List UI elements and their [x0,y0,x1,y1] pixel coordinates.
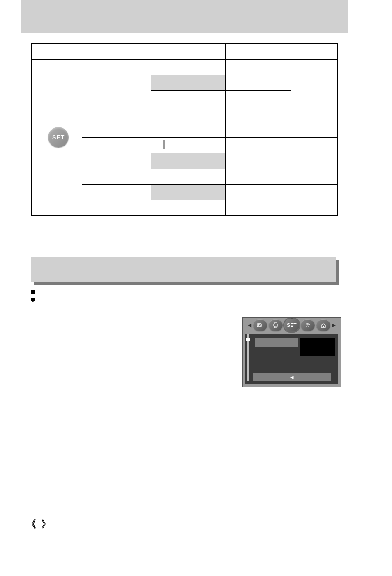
page-header-band [21,0,348,33]
chevron-left-icon[interactable]: ◀ [248,322,251,328]
scroll-thumb[interactable] [246,338,250,341]
table-icon-cell: SET [31,59,82,215]
svg-point-6 [309,324,310,325]
cell-group-5 [82,184,151,215]
set-icon: SET [48,127,69,148]
section-header-title [31,257,336,282]
tab-home[interactable] [316,319,330,331]
tab-print[interactable] [269,319,283,331]
square-bullet-icon [31,290,35,294]
cell [226,106,291,122]
settings-table: SET [31,43,338,216]
th-4 [291,44,338,59]
cell [151,137,226,153]
cell [151,153,226,169]
cell [226,137,291,153]
cell [151,122,226,137]
cell [151,75,226,90]
th-2 [151,44,226,59]
set-icon: SET [287,322,296,328]
cell-group-4 [82,153,151,184]
svg-rect-3 [274,323,277,324]
menu-row [255,338,335,356]
list-item [31,290,39,294]
cell [151,200,226,215]
angle-close-icon: 》 [41,518,51,531]
circle-bullet-icon [31,298,35,302]
th-1 [82,44,151,59]
svg-point-5 [307,323,308,325]
svg-point-1 [258,324,260,326]
cell [291,137,338,153]
table-row: SET [31,59,338,75]
menu-item-value[interactable] [300,338,335,356]
cell [226,184,291,200]
cell [226,59,291,75]
list-item [31,298,39,302]
svg-rect-4 [274,326,277,328]
cell [291,106,338,137]
scroll-track[interactable] [247,334,249,381]
menu-footer-bar[interactable]: ◀ [253,373,331,381]
menu-body: ◀ [245,334,338,384]
cell-group-1 [82,59,151,106]
cell [226,122,291,137]
svg-rect-7 [323,326,324,327]
tab-indicator-icon [290,317,293,319]
tab-set[interactable]: SET [284,319,299,331]
cell [151,169,226,184]
section-header [31,257,336,282]
user-icon [305,322,311,328]
th-0 [31,44,82,59]
menu-tab-strip: ◀ SET ▶ [243,318,341,333]
menu-screenshot: ◀ SET ▶ ◀ [242,317,341,387]
vertical-bar-icon [163,140,165,149]
cell [151,106,226,122]
cell [151,90,226,106]
cell [226,75,291,90]
bullet-list [31,290,39,305]
cell [82,137,151,153]
play-icon [257,323,263,328]
cell [226,90,291,106]
tab-play[interactable] [253,319,267,331]
menu-item-label[interactable] [255,338,298,347]
chevron-left-icon: ◀ [290,375,293,380]
th-3 [226,44,291,59]
table-header-row [31,44,338,59]
tab-user[interactable] [301,319,315,331]
cell [291,59,338,106]
home-icon [321,322,326,328]
cell-group-2 [82,106,151,137]
cell [151,184,226,200]
print-icon [273,322,279,328]
cell [226,153,291,169]
cell [151,59,226,75]
cell [291,184,338,215]
cell [291,153,338,184]
cell [226,200,291,215]
svg-rect-0 [257,324,261,327]
page-number: 《 》 [26,518,51,531]
chevron-right-icon[interactable]: ▶ [332,322,336,328]
cell [226,169,291,184]
angle-open-icon: 《 [26,518,36,531]
